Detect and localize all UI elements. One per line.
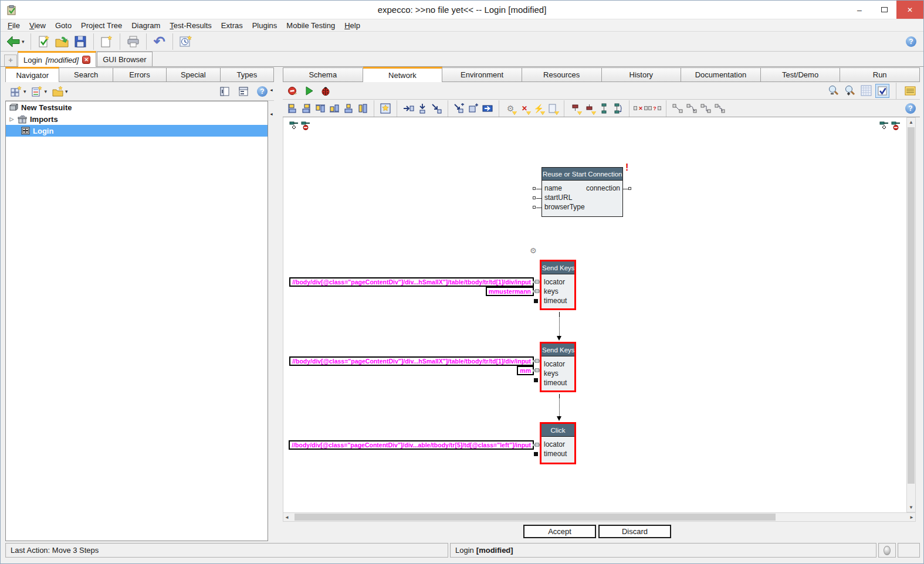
menu-extras[interactable]: Extras xyxy=(216,21,248,30)
pin-keys[interactable]: keys xyxy=(541,287,574,296)
undo-button[interactable]: ↶ xyxy=(151,33,168,50)
align-left-button[interactable] xyxy=(285,101,299,115)
scroll-down-icon[interactable]: ▼ xyxy=(907,503,915,512)
align-center-horizontal-button[interactable] xyxy=(341,101,356,115)
scroll-up-icon[interactable]: ▲ xyxy=(907,118,915,127)
tab-network[interactable]: Network xyxy=(363,67,443,83)
pin-connection[interactable]: connection xyxy=(586,184,620,193)
menu-file[interactable]: File xyxy=(3,21,25,30)
pin-connector[interactable] xyxy=(535,368,539,372)
vertical-scrollbar[interactable]: ▲ ▼ xyxy=(906,117,916,512)
align-top-button[interactable] xyxy=(313,101,327,115)
line-style-ortho-button[interactable] xyxy=(699,101,713,115)
remove-connection-button[interactable]: ✕ xyxy=(634,101,648,115)
close-button[interactable]: ✕ xyxy=(896,1,923,19)
new-connection-button[interactable] xyxy=(452,101,466,115)
line-style-steps-button[interactable] xyxy=(713,101,727,115)
expand-triangle-icon[interactable]: ▷ xyxy=(9,116,15,122)
block-send-keys-1[interactable]: Send Keys locator keys timeout xyxy=(540,260,576,310)
make-data-button[interactable] xyxy=(546,101,560,115)
tab-errors[interactable]: Errors xyxy=(113,67,167,82)
menu-mobile-testing[interactable]: Mobile Testing xyxy=(282,21,340,30)
pin-locator[interactable]: locator xyxy=(541,440,574,449)
network-canvas[interactable]: Reuse or Start Connection name startURL … xyxy=(283,117,906,512)
accept-button[interactable]: Accept xyxy=(523,525,596,538)
pin-locator[interactable]: locator xyxy=(541,359,574,369)
block-send-keys-2[interactable]: Send Keys locator keys timeout xyxy=(540,342,576,392)
menu-view[interactable]: View xyxy=(25,21,50,30)
new-block-menu-button[interactable]: ▾ xyxy=(8,83,28,100)
tab-types[interactable]: Types xyxy=(221,67,274,82)
menu-diagram[interactable]: Diagram xyxy=(127,21,165,30)
menu-project-tree[interactable]: Project Tree xyxy=(76,21,127,30)
align-right-button[interactable] xyxy=(299,101,313,115)
tab-special[interactable]: Special xyxy=(167,67,220,82)
new-item-menu-button[interactable]: ▾ xyxy=(29,83,49,100)
delete-action-button[interactable]: ✕ xyxy=(517,101,532,115)
menu-goto[interactable]: Goto xyxy=(50,21,76,30)
input-pin-connector[interactable] xyxy=(533,196,536,199)
menu-help[interactable]: Help xyxy=(340,21,365,30)
debug-button[interactable] xyxy=(319,84,333,98)
pin-connector[interactable] xyxy=(535,359,539,363)
menu-plugins[interactable]: Plugins xyxy=(248,21,282,30)
tree-item-imports[interactable]: ▷ Imports xyxy=(6,113,268,125)
tab-close-icon[interactable]: ✕ xyxy=(82,56,90,64)
pin-input-button[interactable] xyxy=(568,101,583,115)
snap-toggle-button[interactable] xyxy=(875,84,889,98)
tab-environment[interactable]: Environment xyxy=(442,67,522,82)
new-window-button[interactable] xyxy=(98,33,116,50)
maximize-button[interactable] xyxy=(872,1,896,19)
pin-timeout[interactable]: timeout xyxy=(541,296,574,305)
minimize-button[interactable]: – xyxy=(847,1,872,19)
back-button[interactable]: ▾ xyxy=(4,33,26,50)
pin-connector[interactable] xyxy=(535,280,539,284)
discard-button[interactable]: Discard xyxy=(598,525,671,538)
query-connection-button[interactable]: ? xyxy=(648,101,662,115)
accept-check-button[interactable] xyxy=(35,33,53,50)
stop-button[interactable] xyxy=(286,84,300,98)
diagram-input-anchor-icon[interactable] xyxy=(289,121,299,133)
output-pin-connector[interactable] xyxy=(628,187,631,190)
swap-connection-button[interactable] xyxy=(611,101,625,115)
tab-documentation[interactable]: Documentation xyxy=(681,67,761,82)
step-into-button[interactable] xyxy=(401,101,415,115)
tab-search[interactable]: Search xyxy=(59,67,113,82)
menu-test-results[interactable]: Test-Results xyxy=(165,21,216,30)
diagram-input-anchor-icon[interactable] xyxy=(879,121,889,133)
timeout-constant-pin[interactable] xyxy=(534,299,538,303)
open-file-button[interactable] xyxy=(53,33,72,50)
panel-splitter[interactable]: ◄ ◄ xyxy=(269,84,274,155)
new-step-button[interactable] xyxy=(466,101,480,115)
timeout-constant-pin[interactable] xyxy=(534,452,538,456)
tab-navigator[interactable]: Navigator xyxy=(5,67,59,83)
horizontal-scroll-thumb[interactable] xyxy=(295,514,776,521)
horizontal-scrollbar[interactable]: ◄ ► xyxy=(283,512,916,522)
align-center-vertical-button[interactable] xyxy=(356,101,370,115)
block-click[interactable]: Click locator timeout xyxy=(540,422,576,464)
xpath-value-label[interactable]: //body/div[@class="pageContentDiv"]/div.… xyxy=(289,440,534,450)
make-trigger-button[interactable]: ⚡ xyxy=(532,101,546,115)
pin-connector[interactable] xyxy=(535,289,539,293)
run-button[interactable] xyxy=(302,84,316,98)
pin-browserType[interactable]: browserType xyxy=(542,202,622,212)
grid-toggle-button[interactable] xyxy=(859,84,873,98)
step-out-button[interactable] xyxy=(429,101,444,115)
vertical-scroll-thumb[interactable] xyxy=(908,127,915,484)
new-folder-menu-button[interactable]: ▾ xyxy=(50,83,70,100)
fit-contents-button[interactable] xyxy=(378,101,392,115)
restart-button[interactable] xyxy=(177,33,195,50)
input-pin-connector[interactable] xyxy=(533,187,536,190)
tab-login[interactable]: Login [modified] ✕ xyxy=(18,51,96,67)
line-style-spline-button[interactable] xyxy=(685,101,699,115)
splitter-collapse-icon[interactable]: ◄ xyxy=(269,112,273,116)
timeout-constant-pin[interactable] xyxy=(534,378,538,382)
expand-item-button[interactable] xyxy=(216,83,233,100)
help-button[interactable]: ? xyxy=(902,33,920,50)
align-bottom-button[interactable] xyxy=(327,101,341,115)
keys-value-label[interactable]: mmustermann xyxy=(486,287,534,296)
print-button[interactable] xyxy=(124,33,142,50)
tab-resources[interactable]: Resources xyxy=(522,67,602,82)
input-pin-connector[interactable] xyxy=(533,206,536,209)
save-button[interactable] xyxy=(72,33,89,50)
